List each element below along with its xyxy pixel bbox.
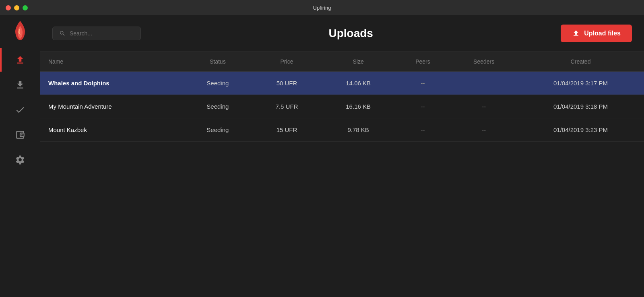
header: Uploads Upload files <box>40 15 644 52</box>
cell-seeders: -- <box>450 95 517 118</box>
app-logo <box>9 19 31 42</box>
cell-status: Seeding <box>183 118 252 142</box>
cell-name: Whales and Dolphins <box>40 72 183 95</box>
cell-peers: -- <box>395 72 451 95</box>
app-body: Uploads Upload files Name Status Price S… <box>0 15 644 297</box>
col-header-seeders: Seeders <box>450 52 517 72</box>
sidebar-item-completed[interactable] <box>0 98 40 122</box>
titlebar: Upfiring <box>0 0 644 15</box>
main-content: Uploads Upload files Name Status Price S… <box>40 15 644 297</box>
table-row[interactable]: Mount Kazbek Seeding 15 UFR 9.78 KB -- -… <box>40 118 644 142</box>
sidebar <box>0 15 40 297</box>
window-controls <box>6 5 28 10</box>
cell-seeders: – <box>450 72 517 95</box>
sidebar-item-settings[interactable] <box>0 148 40 171</box>
cell-price: 15 UFR <box>252 118 321 142</box>
sidebar-item-wallet[interactable] <box>0 123 40 146</box>
close-button[interactable] <box>6 5 11 10</box>
cell-price: 7.5 UFR <box>252 95 321 118</box>
cell-size: 16.16 KB <box>322 95 395 118</box>
sidebar-item-uploads[interactable] <box>0 48 40 72</box>
cell-created: 01/04/2019 3:18 PM <box>517 95 644 118</box>
col-header-name: Name <box>40 52 183 72</box>
search-input[interactable] <box>70 30 134 37</box>
maximize-button[interactable] <box>23 5 28 10</box>
col-header-created: Created <box>517 52 644 72</box>
cell-status: Seeding <box>183 72 252 95</box>
sidebar-nav <box>0 48 40 171</box>
cell-created: 01/04/2019 3:17 PM <box>517 72 644 95</box>
cell-peers: -- <box>395 118 451 142</box>
search-icon <box>59 30 66 37</box>
sidebar-item-downloads[interactable] <box>0 73 40 97</box>
files-table-container: Name Status Price Size Peers Seeders Cre… <box>40 52 644 297</box>
upload-icon <box>572 29 580 37</box>
cell-created: 01/04/2019 3:23 PM <box>517 118 644 142</box>
cell-price: 50 UFR <box>252 72 321 95</box>
table-row[interactable]: Whales and Dolphins Seeding 50 UFR 14.06… <box>40 72 644 95</box>
cell-peers: -- <box>395 95 451 118</box>
col-header-status: Status <box>183 52 252 72</box>
cell-name: Mount Kazbek <box>40 118 183 142</box>
search-box[interactable] <box>52 27 141 40</box>
minimize-button[interactable] <box>14 5 19 10</box>
col-header-price: Price <box>252 52 321 72</box>
cell-size: 9.78 KB <box>322 118 395 142</box>
cell-seeders: -- <box>450 118 517 142</box>
upload-button-label: Upload files <box>584 30 621 37</box>
col-header-size: Size <box>322 52 395 72</box>
files-table: Name Status Price Size Peers Seeders Cre… <box>40 52 644 142</box>
titlebar-title: Upfiring <box>313 5 331 11</box>
col-header-peers: Peers <box>395 52 451 72</box>
cell-status: Seeding <box>183 95 252 118</box>
page-title: Uploads <box>328 27 373 40</box>
svg-point-0 <box>21 134 23 135</box>
table-row[interactable]: My Mountain Adventure Seeding 7.5 UFR 16… <box>40 95 644 118</box>
cell-size: 14.06 KB <box>322 72 395 95</box>
upload-files-button[interactable]: Upload files <box>561 25 632 42</box>
cell-name: My Mountain Adventure <box>40 95 183 118</box>
table-header-row: Name Status Price Size Peers Seeders Cre… <box>40 52 644 72</box>
